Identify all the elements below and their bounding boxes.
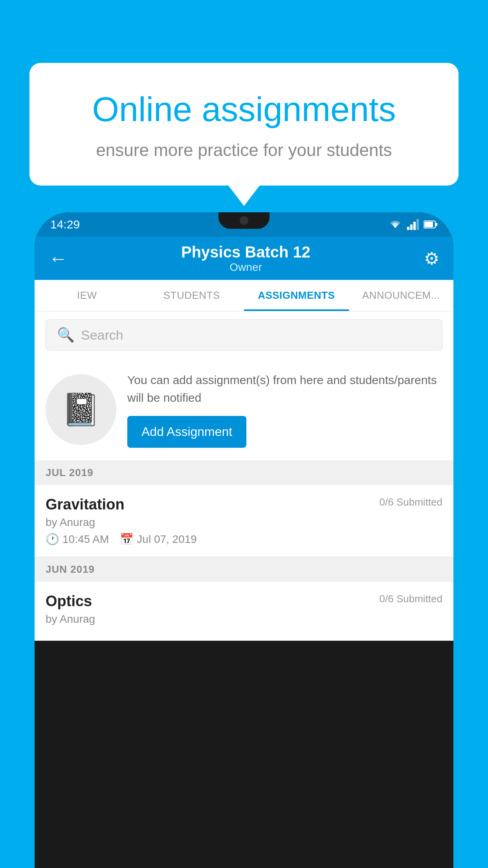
add-assignment-button[interactable]: Add Assignment bbox=[127, 416, 246, 448]
tab-bar: IEW STUDENTS ASSIGNMENTS ANNOUNCEM... bbox=[35, 280, 453, 311]
status-time: 14:29 bbox=[50, 218, 80, 231]
assignment-item-optics[interactable]: Optics 0/6 Submitted by Anurag bbox=[35, 582, 453, 641]
svg-rect-5 bbox=[436, 223, 437, 226]
empty-text-area: You can add assignment(s) from here and … bbox=[127, 371, 442, 448]
meta-time: 🕐 10:45 AM bbox=[46, 533, 109, 546]
meta-date: 📅 Jul 07, 2019 bbox=[120, 533, 197, 546]
back-button[interactable]: ← bbox=[49, 248, 68, 269]
svg-rect-6 bbox=[424, 222, 433, 227]
svg-rect-3 bbox=[416, 219, 419, 230]
assignment-top-optics: Optics 0/6 Submitted bbox=[46, 593, 442, 610]
phone-frame: 14:29 bbox=[35, 212, 453, 868]
speech-bubble-title: Online assignments bbox=[61, 90, 427, 129]
empty-icon-circle: 📓 bbox=[46, 374, 116, 445]
app-header: ← Physics Batch 12 Owner ⚙ bbox=[35, 237, 453, 280]
speech-bubble-subtitle: ensure more practice for your students bbox=[61, 140, 427, 160]
assignment-submitted-optics: 0/6 Submitted bbox=[380, 593, 442, 605]
svg-rect-0 bbox=[407, 227, 409, 230]
assignment-item-gravitation[interactable]: Gravitation 0/6 Submitted by Anurag 🕐 10… bbox=[35, 485, 453, 557]
notch bbox=[218, 212, 270, 229]
speech-bubble-container: Online assignments ensure more practice … bbox=[29, 63, 459, 186]
status-icons bbox=[388, 219, 438, 230]
assignment-by-optics: by Anurag bbox=[46, 613, 442, 625]
wifi-icon bbox=[388, 219, 402, 230]
tab-iew[interactable]: IEW bbox=[35, 280, 139, 311]
calendar-icon: 📅 bbox=[120, 533, 134, 546]
empty-description: You can add assignment(s) from here and … bbox=[127, 371, 442, 406]
section-header-jul: JUL 2019 bbox=[35, 460, 453, 485]
notebook-icon: 📓 bbox=[61, 391, 101, 428]
assignment-name: Gravitation bbox=[46, 496, 125, 513]
battery-icon bbox=[424, 220, 438, 229]
section-header-jun: JUN 2019 bbox=[35, 557, 453, 582]
tab-students[interactable]: STUDENTS bbox=[139, 280, 244, 311]
app-content: 🔍 Search 📓 You can add assignment(s) fro… bbox=[35, 311, 453, 641]
header-title-group: Physics Batch 12 Owner bbox=[181, 243, 310, 274]
page-subtitle: Owner bbox=[181, 261, 310, 274]
notch-camera bbox=[240, 216, 248, 225]
status-bar: 14:29 bbox=[35, 212, 453, 237]
search-bar[interactable]: 🔍 Search bbox=[46, 319, 442, 351]
settings-button[interactable]: ⚙ bbox=[424, 248, 439, 268]
assignment-submitted: 0/6 Submitted bbox=[380, 496, 442, 508]
assignment-meta: 🕐 10:45 AM 📅 Jul 07, 2019 bbox=[46, 533, 442, 546]
search-placeholder: Search bbox=[81, 327, 123, 343]
tab-assignments[interactable]: ASSIGNMENTS bbox=[244, 280, 349, 311]
speech-bubble: Online assignments ensure more practice … bbox=[29, 63, 459, 186]
svg-rect-2 bbox=[413, 222, 416, 230]
search-icon: 🔍 bbox=[57, 327, 75, 343]
assignment-time: 10:45 AM bbox=[62, 533, 109, 546]
svg-rect-1 bbox=[410, 224, 413, 230]
assignment-date: Jul 07, 2019 bbox=[137, 533, 197, 546]
tab-announcements[interactable]: ANNOUNCEM... bbox=[349, 280, 454, 311]
empty-state: 📓 You can add assignment(s) from here an… bbox=[35, 359, 453, 460]
signal-icon bbox=[407, 219, 419, 230]
page-title: Physics Batch 12 bbox=[181, 243, 310, 261]
clock-icon: 🕐 bbox=[46, 533, 59, 546]
assignment-by: by Anurag bbox=[46, 516, 442, 529]
assignment-name-optics: Optics bbox=[46, 593, 92, 610]
assignment-top: Gravitation 0/6 Submitted bbox=[46, 496, 442, 513]
search-container: 🔍 Search bbox=[35, 311, 453, 359]
